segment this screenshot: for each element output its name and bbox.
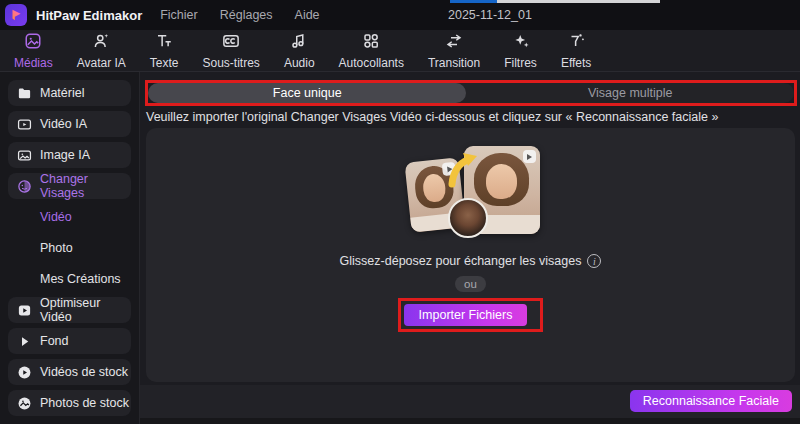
transition-icon [445, 32, 463, 54]
play-triangle-icon [17, 334, 32, 349]
tab-audio[interactable]: Audio [284, 32, 315, 70]
tab-filtres[interactable]: Filtres [504, 32, 537, 70]
dropzone-hint-row: Glissez-déposez pour échanger les visage… [146, 254, 795, 268]
sidebar-item-optimiseur-video[interactable]: Optimiseur Vidéo [8, 297, 131, 323]
tab-face-unique[interactable]: Face unique [148, 83, 466, 103]
sidebar-item-label: Vidéo [40, 210, 72, 224]
sidebar-item-label: Matériel [40, 86, 84, 100]
tab-label: Face unique [273, 86, 342, 100]
target-face-thumbnail [448, 198, 488, 238]
tool-label: Effets [561, 56, 591, 70]
edimakor-window: HitPaw Edimakor Fichier Réglages Aide 20… [0, 0, 800, 424]
tab-label: Visage multiple [588, 86, 673, 100]
sidebar-item-label: Photo [40, 241, 73, 255]
sidebar-item-label: Fond [40, 334, 69, 348]
sidebar-item-label: Mes Créations [40, 272, 121, 286]
app-title: HitPaw Edimakor [36, 8, 142, 23]
menu-aide[interactable]: Aide [295, 8, 320, 22]
video-enhance-icon [17, 303, 32, 318]
sidebar-item-label: Vidéo IA [40, 117, 87, 131]
sidebar-item-changer-visages[interactable]: Changer Visages [8, 173, 131, 199]
or-separator: ou [455, 276, 486, 292]
stock-photo-icon [17, 396, 32, 411]
face-mode-tabbar: Face unique Visage multiple [148, 83, 794, 103]
bottom-action-bar: Reconnaissance Faciale [140, 385, 800, 418]
sidebar-item-videos-de-stock[interactable]: Vidéos de stock [8, 359, 131, 385]
project-name: 2025-11-12_01 [448, 0, 532, 30]
tab-autocollants[interactable]: Autocollants [339, 32, 404, 70]
tool-label: Médias [14, 56, 53, 70]
text-icon [155, 32, 173, 54]
face-swap-icon [17, 179, 32, 194]
app-logo-icon [5, 4, 27, 26]
tab-effets[interactable]: Effets [561, 32, 591, 70]
tool-label: Sous-titres [203, 56, 260, 70]
sidebar-item-label: Image IA [40, 148, 90, 162]
sidebar: Matériel Vidéo IA Image IA Changer Visag… [0, 72, 140, 424]
menu-fichier[interactable]: Fichier [160, 8, 198, 22]
effects-icon [567, 32, 585, 54]
import-instruction: Veuillez importer l'original Changer Vis… [146, 110, 718, 124]
sidebar-item-label: Changer Visages [40, 172, 131, 200]
avatar-ai-icon [92, 32, 110, 54]
toolbar: Médias Avatar IA Texte Sous-titres Audio… [0, 30, 800, 72]
import-files-button[interactable]: Importer Fichiers [404, 304, 528, 326]
stock-video-icon [17, 365, 32, 380]
import-annotation-box: Importer Fichiers [398, 298, 544, 332]
bottom-strip [140, 418, 800, 424]
tool-label: Autocollants [339, 56, 404, 70]
subtitles-icon [222, 32, 240, 54]
info-icon[interactable]: i [587, 254, 601, 268]
tab-transition[interactable]: Transition [428, 32, 480, 70]
tab-medias[interactable]: Médias [14, 32, 53, 70]
sidebar-item-label: Optimiseur Vidéo [40, 296, 131, 324]
sidebar-item-image-ia[interactable]: Image IA [8, 142, 131, 168]
dropzone[interactable]: Glissez-déposez pour échanger les visage… [146, 128, 795, 382]
media-icon [24, 32, 42, 54]
swap-arrow-icon [446, 152, 478, 188]
sidebar-item-materiel[interactable]: Matériel [8, 80, 131, 106]
folder-icon [17, 86, 32, 101]
tab-avatar-ia[interactable]: Avatar IA [77, 32, 126, 70]
tab-sous-titres[interactable]: Sous-titres [203, 32, 260, 70]
image-ai-icon [17, 148, 32, 163]
tab-texte[interactable]: Texte [150, 32, 179, 70]
video-ai-icon [17, 117, 32, 132]
sidebar-subitem-mes-creations[interactable]: Mes Créations [8, 266, 131, 292]
filters-icon [512, 32, 530, 54]
main-panel: Face unique Visage multiple Veuillez imp… [140, 72, 800, 424]
sidebar-item-photos-de-stock[interactable]: Photos de stock [8, 390, 131, 416]
play-icon [523, 150, 536, 163]
tool-label: Audio [284, 56, 315, 70]
dropzone-hint: Glissez-déposez pour échanger les visage… [340, 254, 582, 268]
sidebar-item-fond[interactable]: Fond [8, 328, 131, 354]
face-swap-illustration [396, 146, 546, 246]
sidebar-subitem-photo[interactable]: Photo [8, 235, 131, 261]
tool-label: Avatar IA [77, 56, 126, 70]
tool-label: Texte [150, 56, 179, 70]
tabbar-annotation-box: Face unique Visage multiple [145, 80, 797, 106]
face-recognition-button[interactable]: Reconnaissance Faciale [630, 390, 792, 412]
sidebar-item-label: Vidéos de stock [40, 365, 128, 379]
sidebar-item-label: Photos de stock [40, 396, 129, 410]
tab-visage-multiple[interactable]: Visage multiple [466, 83, 794, 103]
menu-reglages[interactable]: Réglages [220, 8, 273, 22]
tool-label: Filtres [504, 56, 537, 70]
tool-label: Transition [428, 56, 480, 70]
sidebar-item-video-ia[interactable]: Vidéo IA [8, 111, 131, 137]
stickers-icon [362, 32, 380, 54]
sidebar-subitem-video[interactable]: Vidéo [8, 204, 131, 230]
audio-icon [290, 32, 308, 54]
titlebar: HitPaw Edimakor Fichier Réglages Aide 20… [0, 0, 800, 30]
